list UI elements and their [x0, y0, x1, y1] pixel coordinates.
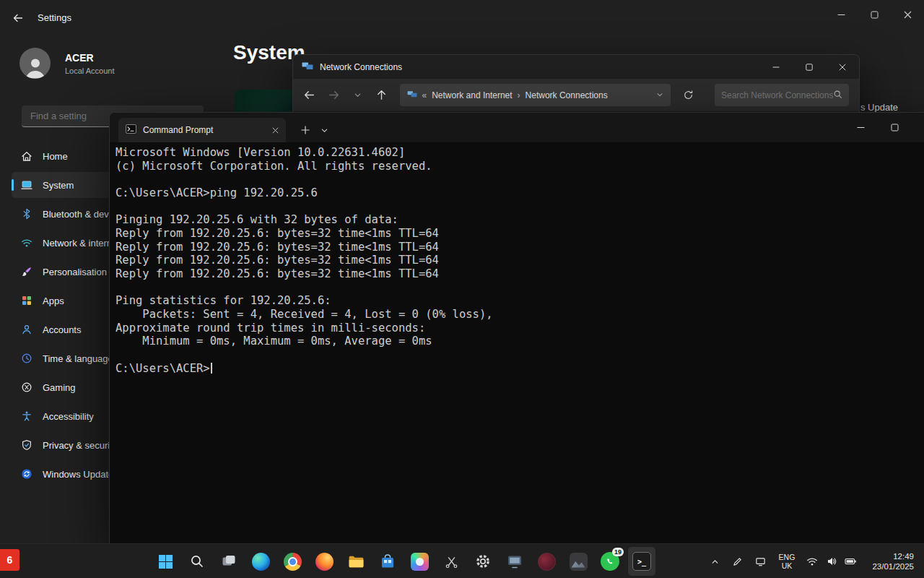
settings-window-controls — [824, 0, 924, 29]
close-icon[interactable] — [891, 0, 924, 29]
terminal-window-controls — [844, 113, 924, 142]
address-bar[interactable]: « Network and Internet › Network Connect… — [400, 84, 671, 106]
monitor-icon[interactable] — [749, 544, 772, 578]
tab-dropdown-icon[interactable] — [315, 118, 334, 142]
battery-icon[interactable] — [841, 544, 860, 578]
user-account-type: Local Account — [65, 66, 115, 75]
minimize-icon[interactable] — [824, 0, 858, 29]
taskbar-monitor-app-icon[interactable] — [499, 544, 531, 578]
sidebar-item-label: Time & language — [43, 353, 113, 364]
address-dropdown-icon[interactable] — [656, 90, 663, 100]
taskbar-terminal-icon[interactable]: >_ — [626, 544, 658, 578]
nav-forward-icon[interactable] — [327, 89, 339, 102]
taskbar-badge: 19 — [612, 548, 624, 556]
privacy-icon — [21, 439, 32, 451]
sidebar-item-label: Personalisation — [43, 267, 107, 277]
taskbar-chrome-icon[interactable] — [276, 544, 308, 578]
maximize-icon[interactable] — [793, 55, 826, 79]
language-line-1: ENG — [772, 553, 802, 561]
language-indicator[interactable]: ENG UK — [772, 553, 802, 570]
bluetooth-icon — [21, 208, 32, 220]
breadcrumb-overflow[interactable]: « — [422, 90, 427, 100]
taskbar-photos-icon[interactable] — [404, 544, 435, 578]
system-tray: ENG UK 12:49 23/01/2025 — [704, 544, 924, 578]
taskbar-whatsapp-icon[interactable]: 19 — [594, 544, 626, 578]
sidebar-item-label: Windows Update — [43, 469, 113, 480]
sidebar-item-label: Network & internet — [43, 238, 120, 249]
sidebar-item-label: System — [43, 180, 74, 191]
command-prompt-icon — [126, 124, 136, 137]
terminal-titlebar[interactable]: Command Prompt — [110, 113, 924, 142]
close-icon[interactable] — [826, 55, 859, 79]
language-line-2: UK — [772, 561, 802, 570]
refresh-icon[interactable] — [682, 89, 694, 102]
volume-icon[interactable] — [821, 544, 841, 578]
accounts-icon — [21, 324, 32, 335]
taskbar: 19>_ ENG UK 12:49 23/01/2025 — [0, 543, 924, 578]
notification-badge: 6 — [0, 549, 19, 571]
maximize-icon[interactable] — [858, 0, 891, 29]
sidebar-item-label: Gaming — [43, 382, 76, 393]
sidebar-item-label: Accounts — [43, 324, 81, 335]
wifi-icon[interactable] — [802, 544, 821, 578]
explorer-search-input[interactable] — [721, 90, 833, 100]
header-fragment: s Update — [860, 102, 898, 113]
recent-locations-chevron-icon[interactable] — [352, 89, 364, 102]
desktop: Settings ACER Local Account HomeSystemBl… — [0, 0, 924, 578]
breadcrumb-network-connections[interactable]: Network Connections — [526, 90, 608, 100]
network-connections-icon — [302, 61, 313, 74]
back-icon[interactable] — [10, 10, 26, 26]
taskbar-start-icon[interactable] — [149, 544, 181, 578]
explorer-window-controls — [759, 55, 859, 79]
nav-up-icon[interactable] — [375, 89, 388, 102]
taskbar-settings-gear-icon[interactable] — [467, 544, 499, 578]
taskbar-edge-icon[interactable] — [245, 544, 276, 578]
terminal-body[interactable]: Microsoft Windows [Version 10.0.22631.46… — [110, 142, 924, 375]
home-icon — [21, 150, 32, 162]
sidebar-item-label: Home — [43, 151, 68, 162]
new-tab-icon[interactable] — [296, 118, 315, 142]
network-icon — [21, 237, 32, 249]
user-name: ACER — [65, 52, 94, 64]
command-prompt-window: Command Prompt Microsoft Windows [Versio… — [109, 112, 924, 543]
network-connections-titlebar[interactable]: Network Connections — [293, 55, 859, 79]
explorer-search[interactable] — [715, 84, 849, 106]
window-title: Network Connections — [320, 62, 402, 72]
clock[interactable]: 12:49 23/01/2025 — [860, 551, 914, 571]
hidden-icons-chevron-icon[interactable] — [704, 544, 725, 578]
taskbar-apps: 19>_ — [149, 544, 658, 578]
taskbar-file-explorer-icon[interactable] — [340, 544, 372, 578]
tab-title: Command Prompt — [143, 125, 266, 135]
pen-icon[interactable] — [725, 544, 749, 578]
explorer-toolbar: « Network and Internet › Network Connect… — [293, 79, 859, 112]
taskbar-search-icon[interactable] — [181, 544, 213, 578]
gaming-icon — [21, 381, 32, 393]
personalisation-icon — [21, 266, 32, 277]
taskbar-task-view-icon[interactable] — [213, 544, 245, 578]
terminal-tab[interactable]: Command Prompt — [118, 118, 286, 142]
avatar[interactable] — [19, 48, 51, 79]
search-icon[interactable] — [833, 89, 842, 102]
time-language-icon — [21, 353, 32, 364]
folder-location-icon — [407, 90, 417, 100]
tab-close-icon[interactable] — [272, 124, 279, 137]
nav-back-icon[interactable] — [303, 89, 315, 102]
minimize-icon[interactable] — [844, 113, 878, 142]
taskbar-firefox-icon[interactable] — [308, 544, 340, 578]
sidebar-item-label: Accessibility — [43, 411, 94, 422]
minimize-icon[interactable] — [759, 55, 793, 79]
terminal-output: Microsoft Windows [Version 10.0.22631.46… — [116, 146, 924, 375]
close-icon[interactable] — [912, 113, 924, 142]
clock-date: 23/01/2025 — [860, 561, 914, 571]
taskbar-snipping-tool-icon[interactable] — [435, 544, 467, 578]
taskbar-gallery-icon[interactable] — [562, 544, 594, 578]
system-icon — [21, 179, 32, 191]
taskbar-media-player-icon[interactable] — [531, 544, 562, 578]
maximize-icon[interactable] — [878, 113, 912, 142]
breadcrumb-network-and-internet[interactable]: Network and Internet — [432, 90, 512, 100]
accessibility-icon — [21, 410, 32, 422]
settings-app-title: Settings — [38, 12, 71, 23]
clock-time: 12:49 — [860, 551, 914, 561]
sidebar-item-label: Privacy & security — [43, 440, 117, 451]
taskbar-store-icon[interactable] — [372, 544, 404, 578]
